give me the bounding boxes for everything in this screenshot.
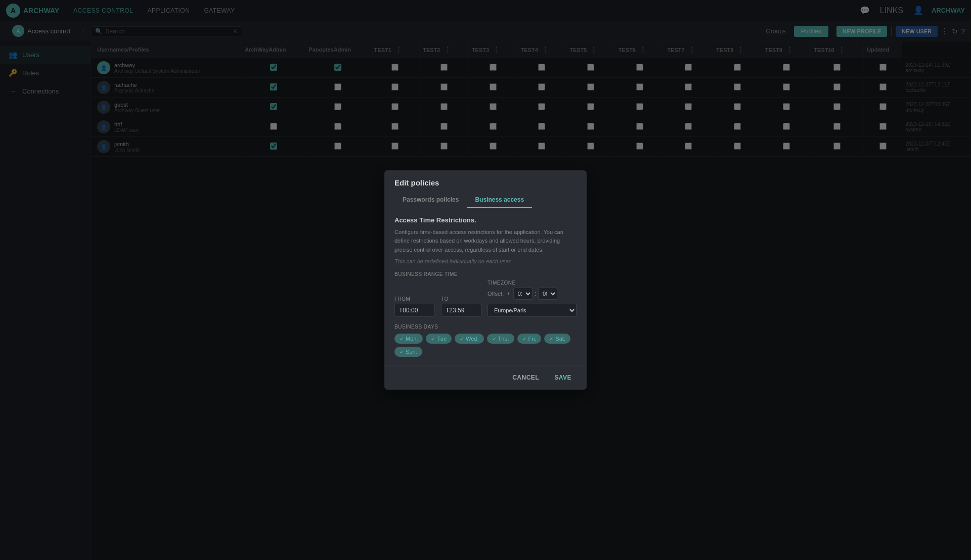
- save-button[interactable]: SAVE: [549, 371, 577, 384]
- modal-footer: CANCEL SAVE: [384, 365, 587, 390]
- days-label: Business days: [394, 324, 577, 330]
- day-tue-label: Tue: [437, 336, 447, 342]
- from-input[interactable]: [394, 304, 435, 317]
- modal-header: Edit policies Passwords policies Busines…: [384, 170, 587, 208]
- time-range-row: From To Timezone Offset: + 010203 :: [394, 280, 577, 317]
- access-time-note: This can be redefined individually on ea…: [394, 258, 577, 264]
- day-wed-label: Wed.: [466, 336, 478, 342]
- business-days-row: ✓ Mon. ✓ Tue ✓ Wed. ✓ Thu. ✓ Fri.: [394, 334, 577, 357]
- day-fri-check: ✓: [522, 336, 526, 342]
- day-mon[interactable]: ✓ Mon.: [394, 334, 423, 344]
- from-label: From: [394, 296, 435, 302]
- time-section-label: Business range time: [394, 271, 577, 277]
- edit-policies-modal: Edit policies Passwords policies Busines…: [384, 170, 587, 390]
- day-thu[interactable]: ✓ Thu.: [487, 334, 514, 344]
- tz-offset-label: Offset:: [488, 291, 504, 297]
- tz-hour-select[interactable]: 010203: [513, 288, 533, 300]
- day-thu-label: Thu.: [498, 336, 509, 342]
- access-time-title: Access Time Restrictions.: [394, 216, 577, 224]
- timezone-label: Timezone: [488, 280, 577, 286]
- tz-city-select[interactable]: Europe/Paris UTC America/New_York: [488, 304, 577, 317]
- tab-passwords-policies[interactable]: Passwords policies: [394, 192, 467, 208]
- to-group: To: [441, 296, 481, 317]
- timezone-group: Timezone Offset: + 010203 : 0030 Europe: [488, 280, 577, 317]
- to-input[interactable]: [441, 304, 481, 317]
- modal-overlay: Edit policies Passwords policies Busines…: [0, 0, 971, 560]
- cancel-button[interactable]: CANCEL: [507, 371, 544, 384]
- day-tue[interactable]: ✓ Tue: [426, 334, 452, 344]
- day-thu-check: ✓: [492, 336, 496, 342]
- tab-business-access[interactable]: Business access: [467, 192, 532, 208]
- day-sat-check: ✓: [549, 336, 553, 342]
- tz-plus: +: [507, 291, 510, 297]
- modal-title: Edit policies: [394, 178, 439, 187]
- tz-colon: :: [535, 290, 536, 297]
- from-group: From: [394, 296, 435, 317]
- modal-tabs: Passwords policies Business access: [394, 192, 577, 208]
- day-fri-label: Fri.: [528, 336, 537, 342]
- day-wed[interactable]: ✓ Wed.: [455, 334, 483, 344]
- tz-offset-row: Offset: + 010203 : 0030: [488, 288, 577, 300]
- day-sun-label: Sun.: [406, 349, 417, 355]
- day-sat-label: Sat.: [555, 336, 565, 342]
- day-mon-label: Mon.: [406, 336, 418, 342]
- day-sat[interactable]: ✓ Sat.: [544, 334, 570, 344]
- day-wed-check: ✓: [460, 336, 464, 342]
- access-time-desc: Configure time-based access restrictions…: [394, 228, 577, 255]
- day-fri[interactable]: ✓ Fri.: [517, 334, 542, 344]
- day-mon-check: ✓: [400, 336, 404, 342]
- tz-min-select[interactable]: 0030: [538, 288, 557, 300]
- to-label: To: [441, 296, 481, 302]
- day-sun-check: ✓: [400, 349, 404, 355]
- day-sun[interactable]: ✓ Sun.: [394, 347, 422, 357]
- day-tue-check: ✓: [431, 336, 435, 342]
- modal-body: Access Time Restrictions. Configure time…: [384, 208, 587, 365]
